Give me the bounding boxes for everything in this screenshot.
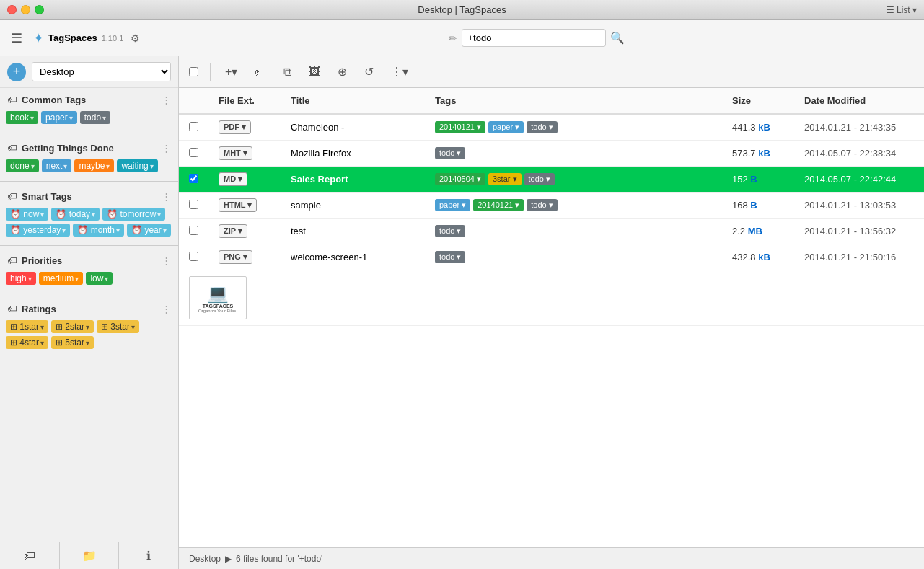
tag-low[interactable]: low ▾ — [86, 272, 113, 285]
ext-badge-PDF[interactable]: PDF ▾ — [219, 120, 251, 134]
tag-today[interactable]: ⏰ today ▾ — [51, 208, 100, 221]
ext-badge-PNG[interactable]: PNG ▾ — [219, 250, 252, 264]
tag-5star[interactable]: ⊞ 5star ▾ — [51, 336, 94, 349]
tag-now[interactable]: ⏰ now ▾ — [6, 208, 48, 221]
file-date: 2014.01.21 - 13:56:32 — [804, 226, 896, 237]
zoom-button[interactable]: ⊕ — [335, 62, 350, 81]
tag-next[interactable]: next ▾ — [42, 159, 72, 172]
file-tag-todo[interactable]: todo ▾ — [435, 147, 465, 159]
maximize-button[interactable] — [35, 5, 44, 14]
tag-icon-4: 🏷 — [7, 255, 17, 266]
tag-maybe[interactable]: maybe ▾ — [74, 159, 114, 172]
priorities-drag-handle[interactable]: ⋮ — [162, 255, 171, 266]
table-row[interactable]: HTML ▾samplepaper ▾20140121 ▾todo ▾168 B… — [179, 193, 924, 219]
col-ext[interactable]: File Ext. — [208, 88, 281, 114]
close-button[interactable] — [7, 5, 17, 14]
section-drag-handle[interactable]: ⋮ — [162, 94, 171, 105]
window-title: Desktop | TagSpaces — [418, 4, 506, 15]
file-preview-thumbnail: 💻 TAGSPACES Organize Your Files. — [189, 276, 247, 319]
app-version: 1.10.1 — [102, 34, 124, 43]
file-tag-todo[interactable]: todo ▾ — [435, 251, 465, 263]
table-row[interactable]: MD ▾Sales Report20140504 ▾3star ▾todo ▾1… — [179, 167, 924, 193]
table-row[interactable]: ZIP ▾testtodo ▾2.2 MB2014.01.21 - 13:56:… — [179, 219, 924, 244]
row-checkbox-5[interactable] — [189, 226, 198, 235]
file-tag-paper[interactable]: paper ▾ — [488, 121, 524, 133]
settings-button[interactable]: ⚙ — [131, 32, 140, 44]
file-size: 152 B — [732, 174, 757, 185]
tags-view-button[interactable]: 🏷 — [0, 542, 60, 569]
add-location-button[interactable]: + — [7, 63, 26, 81]
col-tags[interactable]: Tags — [425, 88, 722, 114]
tag-high[interactable]: high ▾ — [6, 272, 36, 285]
select-all-checkbox[interactable] — [189, 67, 198, 76]
image-view-button[interactable]: 🖼 — [306, 63, 323, 81]
col-title[interactable]: Title — [281, 88, 425, 114]
ratings-drag-handle[interactable]: ⋮ — [162, 304, 171, 314]
list-view-button[interactable]: ☰ List ▾ — [886, 5, 917, 15]
tag-done[interactable]: done ▾ — [6, 159, 39, 172]
folder-select[interactable]: Desktop — [32, 62, 171, 81]
tag-todo[interactable]: todo ▾ — [80, 111, 110, 124]
info-view-button[interactable]: ℹ — [119, 542, 178, 569]
file-date: 2014.01.21 - 21:50:16 — [804, 252, 896, 263]
row-checkbox-3[interactable] — [189, 174, 198, 183]
file-tag-todo[interactable]: todo ▾ — [435, 225, 465, 237]
tag-medium[interactable]: medium ▾ — [39, 272, 84, 285]
tag-yesterday[interactable]: ⏰ yesterday ▾ — [6, 224, 70, 237]
row-checkbox-4[interactable] — [189, 200, 198, 209]
common-tags-label: Common Tags — [22, 94, 157, 105]
tag-tomorrow[interactable]: ⏰ tomorrow ▾ — [102, 208, 165, 221]
gtd-drag-handle[interactable]: ⋮ — [162, 143, 171, 154]
main-area: +▾ 🏷 ⧉ 🖼 ⊕ ↺ ⋮▾ File Ext. Title Tags — [179, 56, 924, 569]
top-toolbar: ☰ ✦ TagSpaces 1.10.1 ⚙ ✏ 🔍 — [0, 20, 924, 56]
tag-paper[interactable]: paper ▾ — [41, 111, 77, 124]
file-toolbar: +▾ 🏷 ⧉ 🖼 ⊕ ↺ ⋮▾ — [179, 56, 924, 88]
table-row[interactable]: MHT ▾Mozilla Firefoxtodo ▾573.7 kB2014.0… — [179, 141, 924, 167]
file-tag-20140504[interactable]: 20140504 ▾ — [435, 173, 485, 185]
new-file-button[interactable]: +▾ — [222, 62, 240, 81]
search-input[interactable] — [462, 29, 606, 47]
file-tag-todo[interactable]: todo ▾ — [527, 121, 557, 133]
ratings-tags-container: ⊞ 1star ▾ ⊞ 2star ▾ ⊞ 3star ▾ ⊞ 4star ▾ … — [0, 317, 178, 355]
file-size: 432.8 kB — [732, 252, 770, 263]
file-tag-paper[interactable]: paper ▾ — [435, 199, 470, 211]
ext-badge-HTML[interactable]: HTML ▾ — [219, 198, 257, 212]
more-options-button[interactable]: ⋮▾ — [388, 62, 411, 81]
file-tags: paper ▾20140121 ▾todo ▾ — [435, 199, 712, 211]
tag-3star[interactable]: ⊞ 3star ▾ — [97, 320, 139, 333]
hamburger-menu-button[interactable]: ☰ — [7, 27, 26, 50]
smart-tags-drag-handle[interactable]: ⋮ — [162, 191, 171, 202]
row-checkbox-6[interactable] — [189, 252, 198, 261]
tag-files-button[interactable]: 🏷 — [252, 63, 269, 81]
col-date[interactable]: Date Modified — [794, 88, 924, 114]
file-tag-20140121[interactable]: 20140121 ▾ — [435, 121, 485, 133]
table-row[interactable]: PNG ▾welcome-screen-1todo ▾432.8 kB2014.… — [179, 244, 924, 270]
file-tags: todo ▾ — [435, 225, 712, 237]
refresh-button[interactable]: ↺ — [361, 62, 377, 81]
tag-1star[interactable]: ⊞ 1star ▾ — [6, 320, 48, 333]
ext-badge-MD[interactable]: MD ▾ — [219, 172, 247, 186]
col-size[interactable]: Size — [722, 88, 794, 114]
copy-button[interactable]: ⧉ — [281, 63, 294, 81]
file-title: Chameleon - — [291, 122, 344, 133]
folder-view-button[interactable]: 📁 — [60, 542, 120, 569]
file-tag-3star[interactable]: 3star ▾ — [488, 173, 522, 185]
ext-badge-ZIP[interactable]: ZIP ▾ — [219, 224, 247, 238]
file-tag-todo[interactable]: todo ▾ — [524, 173, 555, 185]
file-tag-todo[interactable]: todo ▾ — [527, 199, 557, 211]
tag-icon-2: 🏷 — [7, 142, 17, 154]
minimize-button[interactable] — [21, 5, 30, 14]
table-row[interactable]: PDF ▾Chameleon -20140121 ▾paper ▾todo ▾4… — [179, 114, 924, 141]
tag-waiting[interactable]: waiting ▾ — [117, 159, 157, 172]
row-checkbox-1[interactable] — [189, 122, 198, 131]
file-tag-20140121[interactable]: 20140121 ▾ — [473, 199, 524, 211]
ext-badge-MHT[interactable]: MHT ▾ — [219, 146, 252, 160]
row-checkbox-2[interactable] — [189, 148, 198, 157]
tag-2star[interactable]: ⊞ 2star ▾ — [51, 320, 94, 333]
file-title: Sales Report — [291, 174, 348, 185]
search-button[interactable]: 🔍 — [610, 31, 625, 45]
tag-4star[interactable]: ⊞ 4star ▾ — [6, 336, 48, 349]
tag-book[interactable]: book ▾ — [6, 111, 38, 124]
tag-month[interactable]: ⏰ month ▾ — [73, 224, 124, 237]
tag-year[interactable]: ⏰ year ▾ — [127, 224, 171, 237]
